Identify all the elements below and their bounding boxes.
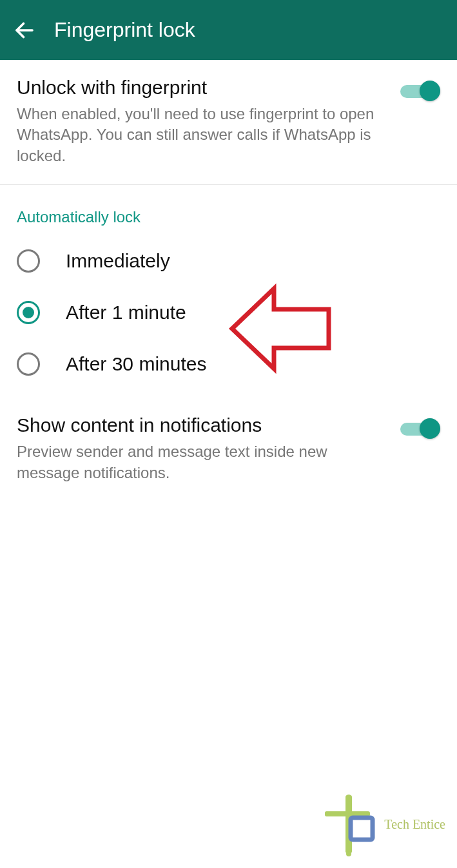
notifications-row[interactable]: Show content in notifications Preview se… bbox=[17, 414, 440, 483]
radio-icon bbox=[17, 249, 40, 273]
radio-icon bbox=[17, 352, 40, 376]
notifications-subtitle: Preview sender and message text inside n… bbox=[17, 441, 387, 483]
notifications-section: Show content in notifications Preview se… bbox=[0, 408, 457, 501]
auto-lock-options: Immediately After 1 minute After 30 minu… bbox=[0, 233, 457, 408]
svg-point-5 bbox=[346, 795, 351, 800]
unlock-toggle[interactable] bbox=[400, 81, 440, 104]
watermark-text: Tech Entice bbox=[384, 817, 445, 832]
watermark-logo-icon bbox=[320, 792, 378, 856]
app-header: Fingerprint lock bbox=[0, 0, 457, 60]
notifications-title: Show content in notifications bbox=[17, 414, 387, 436]
back-arrow-icon[interactable] bbox=[13, 19, 36, 42]
svg-point-4 bbox=[325, 811, 330, 816]
radio-label: Immediately bbox=[66, 250, 170, 272]
auto-lock-title: Automatically lock bbox=[0, 185, 457, 233]
watermark: Tech Entice bbox=[320, 792, 445, 856]
radio-label: After 1 minute bbox=[66, 302, 186, 323]
radio-label: After 30 minutes bbox=[66, 353, 206, 375]
radio-option-after-1-minute[interactable]: After 1 minute bbox=[0, 287, 457, 338]
unlock-subtitle: When enabled, you'll need to use fingerp… bbox=[17, 104, 387, 166]
radio-icon bbox=[17, 301, 40, 324]
svg-point-6 bbox=[346, 851, 351, 856]
notifications-toggle[interactable] bbox=[400, 418, 440, 441]
unlock-row[interactable]: Unlock with fingerprint When enabled, yo… bbox=[17, 77, 440, 166]
radio-option-after-30-minutes[interactable]: After 30 minutes bbox=[0, 338, 457, 390]
unlock-section: Unlock with fingerprint When enabled, yo… bbox=[0, 60, 457, 184]
page-title: Fingerprint lock bbox=[54, 18, 195, 42]
svg-rect-3 bbox=[351, 818, 373, 840]
unlock-title: Unlock with fingerprint bbox=[17, 77, 387, 99]
radio-option-immediately[interactable]: Immediately bbox=[0, 235, 457, 287]
